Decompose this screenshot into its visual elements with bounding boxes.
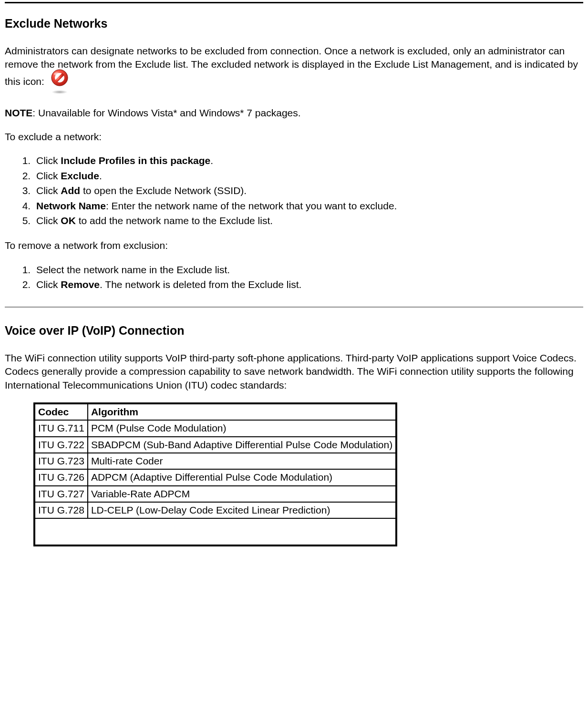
list-item: Select the network name in the Exclude l… [33,263,583,277]
to-remove-intro: To remove a network from exclusion: [5,239,583,252]
exclude-steps-list: Click Include Profiles in this package. … [5,154,583,227]
codec-header: Codec [34,403,88,420]
list-item: Click Remove. The network is deleted fro… [33,278,583,291]
table-row: ITU G.726 ADPCM (Adaptive Differential P… [34,469,396,485]
exclude-intro-text: Administrators can designate networks to… [5,45,578,87]
list-item: Click Include Profiles in this package. [33,154,583,167]
exclude-icon [50,68,69,91]
list-item: Click Add to open the Exclude Network (S… [33,184,583,197]
table-row: ITU G.727 Variable-Rate ADPCM [34,486,396,502]
note-paragraph: NOTE: Unavailable for Windows Vista* and… [5,106,583,120]
list-item: Network Name: Enter the network name of … [33,199,583,213]
remove-steps-list: Select the network name in the Exclude l… [5,263,583,292]
algorithm-header: Algorithm [88,403,396,420]
voip-heading: Voice over IP (VoIP) Connection [5,323,583,339]
table-row: ITU G.722 SBADPCM (Sub-Band Adaptive Dif… [34,437,396,453]
table-row: ITU G.728 LD-CELP (Low-Delay Code Excite… [34,502,396,518]
table-row: ITU G.723 Multi-rate Coder [34,453,396,469]
codec-table: Codec Algorithm ITU G.711 PCM (Pulse Cod… [33,402,397,546]
to-exclude-intro: To exclude a network: [5,130,583,144]
list-item: Click Exclude. [33,169,583,183]
voip-intro: The WiFi connection utility supports VoI… [5,351,583,392]
list-item: Click OK to add the network name to the … [33,214,583,227]
table-row: ITU G.711 PCM (Pulse Code Modulation) [34,420,396,436]
section-divider [5,307,583,308]
svg-point-3 [54,72,60,75]
top-divider [5,2,583,3]
table-header-row: Codec Algorithm [34,403,396,420]
exclude-intro-paragraph: Administrators can designate networks to… [5,44,583,94]
note-label: NOTE [5,107,32,118]
exclude-networks-heading: Exclude Networks [5,16,583,32]
note-text: : Unavailable for Windows Vista* and Win… [32,107,300,118]
table-row-empty [34,518,396,545]
